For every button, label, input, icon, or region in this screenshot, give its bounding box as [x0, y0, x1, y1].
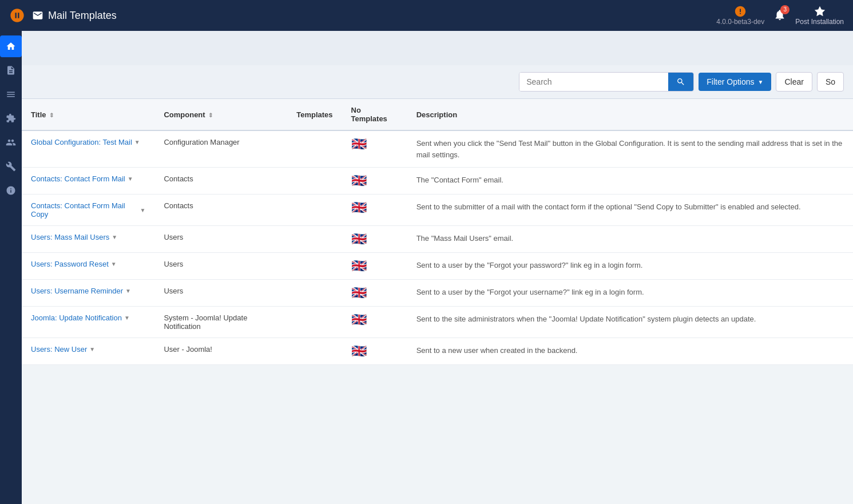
sort-button[interactable]: So [817, 72, 844, 92]
joomla-version[interactable]: 4.0.0-beta3-dev [716, 5, 764, 26]
dropdown-icon[interactable]: ▼ [140, 207, 146, 213]
cell-description: The "Contact Form" email. [407, 168, 853, 195]
title-sort-icon: ⇕ [49, 112, 54, 118]
cell-title: Contacts: Contact Form Mail ▼ [22, 168, 154, 195]
mail-templates-table: Title ⇕ Component ⇕ Templates No Templat… [22, 99, 853, 365]
notification-bell[interactable]: 3 [773, 9, 786, 23]
joomla-logo[interactable] [9, 7, 25, 23]
users-icon [6, 137, 16, 148]
dropdown-icon[interactable]: ▼ [125, 288, 131, 294]
cell-component: Users [154, 226, 287, 253]
cell-description: Sent when you click the "Send Test Mail"… [407, 130, 853, 168]
cell-no-templates: 🇬🇧 [342, 130, 407, 168]
cell-component: Contacts [154, 168, 287, 195]
cell-templates [287, 253, 342, 280]
cell-no-templates: 🇬🇧 [342, 195, 407, 226]
sidebar-item-menus[interactable] [0, 84, 22, 105]
title-link[interactable]: Users: New User ▼ [31, 345, 145, 354]
sidebar-item-system[interactable] [0, 156, 22, 177]
table-row: Users: Username Reminder ▼Users🇬🇧Sent to… [22, 280, 853, 307]
dropdown-icon[interactable]: ▼ [128, 176, 133, 182]
title-link[interactable]: Global Configuration: Test Mail ▼ [31, 138, 145, 146]
main-layout: Filter Options ▼ Clear So Title ⇕ Compon… [0, 31, 853, 504]
cell-no-templates: 🇬🇧 [342, 226, 407, 253]
cell-templates [287, 226, 342, 253]
puzzle-icon [6, 113, 16, 124]
col-header-component[interactable]: Component ⇕ [154, 99, 287, 130]
table-row: Users: Mass Mail Users ▼Users🇬🇧The "Mass… [22, 226, 853, 253]
col-header-title[interactable]: Title ⇕ [22, 99, 154, 130]
uk-flag-icon: 🇬🇧 [351, 312, 367, 327]
cell-description: Sent to the site administrators when the… [407, 307, 853, 338]
joomla-icon [734, 5, 747, 18]
navbar-right: 4.0.0-beta3-dev 3 Post Installation [716, 5, 844, 26]
cell-no-templates: 🇬🇧 [342, 280, 407, 307]
col-header-description: Description [407, 99, 853, 130]
cell-title: Global Configuration: Test Mail ▼ [22, 130, 154, 168]
table-header: Title ⇕ Component ⇕ Templates No Templat… [22, 99, 853, 130]
cell-templates [287, 280, 342, 307]
clear-button[interactable]: Clear [776, 72, 812, 92]
post-installation[interactable]: Post Installation [795, 5, 844, 26]
dropdown-icon[interactable]: ▼ [111, 261, 117, 267]
cell-no-templates: 🇬🇧 [342, 168, 407, 195]
sidebar-item-content[interactable] [0, 59, 22, 81]
filter-options-button[interactable]: Filter Options ▼ [699, 73, 771, 91]
cell-component: Users [154, 280, 287, 307]
title-link[interactable]: Users: Username Reminder ▼ [31, 287, 145, 295]
uk-flag-icon: 🇬🇧 [351, 173, 367, 188]
dropdown-icon[interactable]: ▼ [112, 234, 117, 240]
title-link[interactable]: Contacts: Contact Form Mail Copy ▼ [31, 201, 145, 219]
info-icon [6, 185, 16, 196]
sidebar-item-help[interactable] [0, 180, 22, 201]
cell-title: Contacts: Contact Form Mail Copy ▼ [22, 195, 154, 226]
table-body: Global Configuration: Test Mail ▼Configu… [22, 130, 853, 365]
table-row: Contacts: Contact Form Mail Copy ▼Contac… [22, 195, 853, 226]
table-row: Global Configuration: Test Mail ▼Configu… [22, 130, 853, 168]
cell-title: Users: Username Reminder ▼ [22, 280, 154, 307]
dropdown-icon[interactable]: ▼ [89, 346, 95, 352]
uk-flag-icon: 🇬🇧 [351, 137, 367, 151]
search-button[interactable] [668, 73, 693, 91]
title-link[interactable]: Users: Password Reset ▼ [31, 260, 145, 268]
search-icon [676, 77, 685, 86]
wrench-icon [6, 161, 16, 172]
title-link[interactable]: Users: Mass Mail Users ▼ [31, 233, 145, 241]
page-header-title: Mail Templates [32, 10, 117, 22]
cell-no-templates: 🇬🇧 [342, 253, 407, 280]
templates-table: Title ⇕ Component ⇕ Templates No Templat… [22, 99, 853, 365]
uk-flag-icon: 🇬🇧 [351, 344, 367, 358]
mail-icon [32, 10, 43, 21]
cell-title: Joomla: Update Notification ▼ [22, 307, 154, 338]
cell-templates [287, 130, 342, 168]
table-row: Users: Password Reset ▼Users🇬🇧Sent to a … [22, 253, 853, 280]
cell-description: Sent to a new user when created in the b… [407, 338, 853, 365]
chevron-down-icon: ▼ [758, 79, 764, 85]
cell-templates [287, 168, 342, 195]
uk-flag-icon: 🇬🇧 [351, 259, 367, 273]
filter-bar: Filter Options ▼ Clear So [22, 65, 853, 99]
title-link[interactable]: Contacts: Contact Form Mail ▼ [31, 174, 145, 183]
cell-description: The "Mass Mail Users" email. [407, 226, 853, 253]
cell-templates [287, 338, 342, 365]
cell-component: Configuration Manager [154, 130, 287, 168]
dropdown-icon[interactable]: ▼ [134, 139, 140, 145]
cell-component: Users [154, 253, 287, 280]
cell-title: Users: Password Reset ▼ [22, 253, 154, 280]
cell-description: Sent to the submitter of a mail with the… [407, 195, 853, 226]
notification-count: 3 [780, 5, 789, 14]
sidebar-item-users[interactable] [0, 132, 22, 153]
cell-no-templates: 🇬🇧 [342, 307, 407, 338]
table-row: Contacts: Contact Form Mail ▼Contacts🇬🇧T… [22, 168, 853, 195]
title-link[interactable]: Joomla: Update Notification ▼ [31, 313, 145, 322]
dropdown-icon[interactable]: ▼ [124, 315, 130, 321]
sidebar-item-components[interactable] [0, 108, 22, 129]
sidebar-item-dashboard[interactable] [0, 35, 22, 57]
search-input[interactable] [519, 73, 668, 91]
uk-flag-icon: 🇬🇧 [351, 285, 367, 300]
uk-flag-icon: 🇬🇧 [351, 200, 367, 215]
cell-templates [287, 307, 342, 338]
file-icon [6, 65, 16, 76]
home-icon [6, 41, 16, 51]
cell-description: Sent to a user by the "Forgot your usern… [407, 280, 853, 307]
